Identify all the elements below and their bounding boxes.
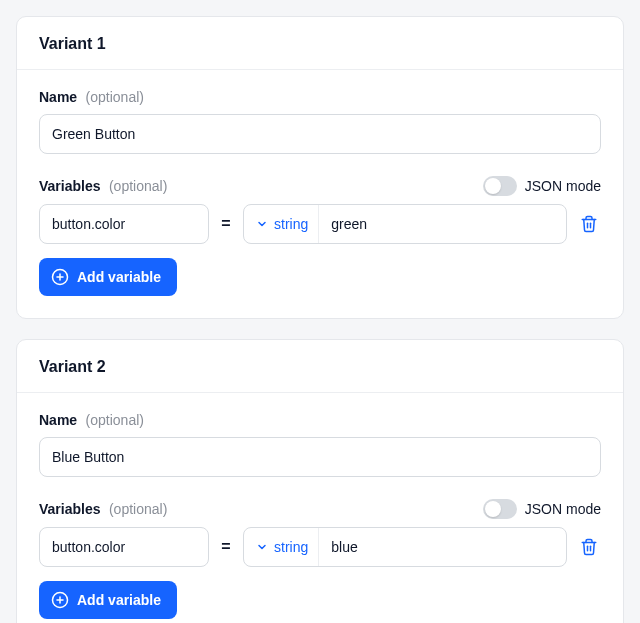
chevron-down-icon bbox=[256, 218, 268, 230]
variant-body: Name (optional) Variables (optional) JSO… bbox=[17, 70, 623, 318]
variable-row: = string bbox=[39, 204, 601, 244]
name-label-row: Name (optional) bbox=[39, 88, 601, 106]
variables-label: Variables bbox=[39, 501, 101, 517]
variables-label-wrap: Variables (optional) bbox=[39, 177, 167, 195]
name-label: Name bbox=[39, 89, 77, 105]
variable-type-label: string bbox=[274, 216, 308, 232]
toggle-knob bbox=[485, 501, 501, 517]
variable-value-input[interactable] bbox=[319, 528, 566, 566]
trash-icon bbox=[580, 538, 598, 556]
variable-type-selector[interactable]: string bbox=[244, 528, 319, 566]
plus-circle-icon bbox=[51, 591, 69, 609]
variable-type-selector[interactable]: string bbox=[244, 205, 319, 243]
variant-title: Variant 2 bbox=[39, 358, 601, 376]
equals-sign: = bbox=[219, 215, 233, 233]
variable-value-wrap: string bbox=[243, 527, 567, 567]
name-optional: (optional) bbox=[86, 89, 144, 105]
toggle-knob bbox=[485, 178, 501, 194]
delete-variable-button[interactable] bbox=[577, 535, 601, 559]
variant-body: Name (optional) Variables (optional) JSO… bbox=[17, 393, 623, 623]
name-optional: (optional) bbox=[86, 412, 144, 428]
variables-label: Variables bbox=[39, 178, 101, 194]
variables-label-wrap: Variables (optional) bbox=[39, 500, 167, 518]
variant-card-1: Variant 1 Name (optional) Variables (opt… bbox=[16, 16, 624, 319]
name-label-row: Name (optional) bbox=[39, 411, 601, 429]
json-mode-label: JSON mode bbox=[525, 501, 601, 517]
name-label-wrap: Name (optional) bbox=[39, 88, 144, 106]
variables-optional: (optional) bbox=[109, 178, 167, 194]
variables-label-row: Variables (optional) JSON mode bbox=[39, 176, 601, 196]
chevron-down-icon bbox=[256, 541, 268, 553]
variable-key-input[interactable] bbox=[39, 204, 209, 244]
json-mode-wrap: JSON mode bbox=[483, 499, 601, 519]
variable-type-label: string bbox=[274, 539, 308, 555]
name-input[interactable] bbox=[39, 114, 601, 154]
name-input[interactable] bbox=[39, 437, 601, 477]
variable-row: = string bbox=[39, 527, 601, 567]
variable-value-wrap: string bbox=[243, 204, 567, 244]
name-label-wrap: Name (optional) bbox=[39, 411, 144, 429]
json-mode-label: JSON mode bbox=[525, 178, 601, 194]
json-mode-wrap: JSON mode bbox=[483, 176, 601, 196]
equals-sign: = bbox=[219, 538, 233, 556]
json-mode-toggle[interactable] bbox=[483, 499, 517, 519]
add-variable-button[interactable]: Add variable bbox=[39, 258, 177, 296]
variable-value-input[interactable] bbox=[319, 205, 566, 243]
variant-card-2: Variant 2 Name (optional) Variables (opt… bbox=[16, 339, 624, 623]
add-variable-label: Add variable bbox=[77, 269, 161, 285]
variant-title: Variant 1 bbox=[39, 35, 601, 53]
add-variable-label: Add variable bbox=[77, 592, 161, 608]
variables-optional: (optional) bbox=[109, 501, 167, 517]
variables-label-row: Variables (optional) JSON mode bbox=[39, 499, 601, 519]
name-label: Name bbox=[39, 412, 77, 428]
plus-circle-icon bbox=[51, 268, 69, 286]
delete-variable-button[interactable] bbox=[577, 212, 601, 236]
variant-header: Variant 2 bbox=[17, 340, 623, 393]
json-mode-toggle[interactable] bbox=[483, 176, 517, 196]
trash-icon bbox=[580, 215, 598, 233]
add-variable-button[interactable]: Add variable bbox=[39, 581, 177, 619]
variant-header: Variant 1 bbox=[17, 17, 623, 70]
variable-key-input[interactable] bbox=[39, 527, 209, 567]
